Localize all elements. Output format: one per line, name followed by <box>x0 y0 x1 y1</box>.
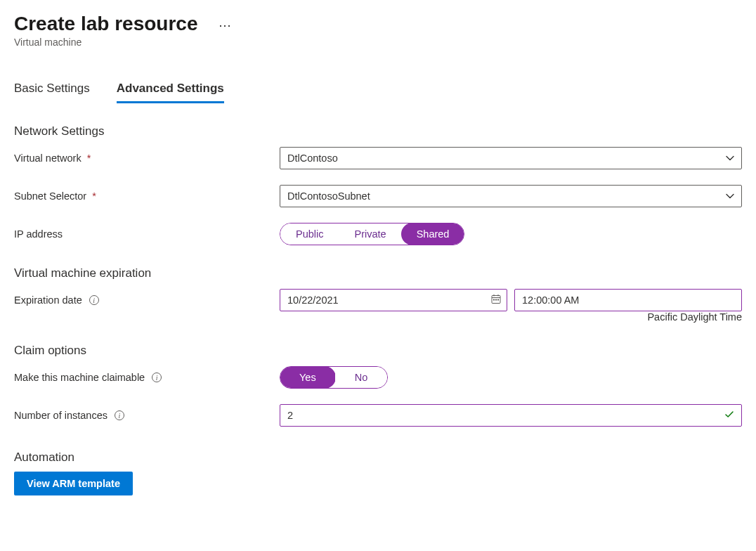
ip-address-toggle-group: Public Private Shared <box>280 223 464 245</box>
label-expiration-date: Expiration date <box>14 294 82 306</box>
ip-option-public[interactable]: Public <box>280 223 339 245</box>
info-icon[interactable]: i <box>152 372 162 382</box>
number-of-instances-input[interactable] <box>280 404 742 427</box>
ip-option-shared[interactable]: Shared <box>401 223 465 245</box>
check-icon <box>724 409 735 422</box>
virtual-network-dropdown[interactable] <box>280 147 742 169</box>
label-subnet-selector: Subnet Selector <box>14 190 86 202</box>
claimable-yes[interactable]: Yes <box>280 366 336 389</box>
required-indicator: * <box>92 190 96 202</box>
expiration-time-input[interactable] <box>514 289 742 311</box>
section-automation: Automation <box>14 450 742 465</box>
label-number-of-instances: Number of instances <box>14 410 107 421</box>
label-ip-address: IP address <box>14 228 63 240</box>
label-make-claimable: Make this machine claimable <box>14 372 145 383</box>
claimable-no[interactable]: No <box>335 367 388 388</box>
info-icon[interactable]: i <box>89 295 99 305</box>
label-virtual-network: Virtual network <box>14 153 82 164</box>
tab-advanced-settings[interactable]: Advanced Settings <box>117 82 224 103</box>
section-vm-expiration: Virtual machine expiration <box>14 266 742 280</box>
page-subtitle: Virtual machine <box>14 37 742 48</box>
required-indicator: * <box>87 153 91 164</box>
section-network-settings: Network Settings <box>14 124 742 138</box>
ip-option-private[interactable]: Private <box>339 223 402 245</box>
page-title: Create lab resource <box>14 13 197 35</box>
info-icon[interactable]: i <box>115 410 124 420</box>
claimable-toggle-group: Yes No <box>280 366 388 389</box>
subnet-selector-dropdown[interactable] <box>280 185 742 207</box>
expiration-date-input[interactable] <box>280 289 507 311</box>
tab-basic-settings[interactable]: Basic Settings <box>14 82 90 103</box>
view-arm-template-button[interactable]: View ARM template <box>14 472 133 495</box>
more-actions-icon[interactable]: ⋯ <box>219 18 233 33</box>
tabs: Basic Settings Advanced Settings <box>14 82 742 103</box>
section-claim-options: Claim options <box>14 344 742 358</box>
timezone-label: Pacific Daylight Time <box>647 311 742 323</box>
